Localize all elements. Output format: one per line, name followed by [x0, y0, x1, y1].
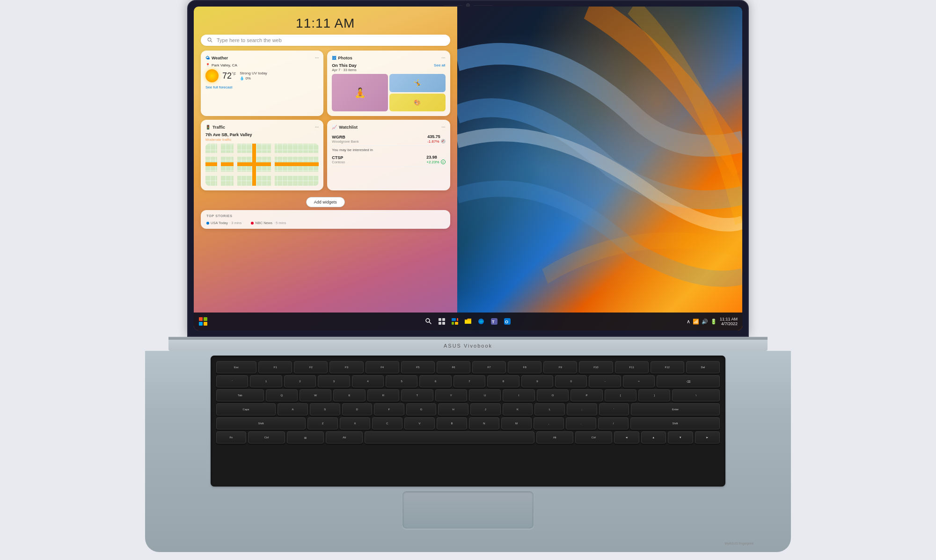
see-all-link[interactable]: See all — [434, 63, 445, 67]
key-esc[interactable]: Esc — [216, 361, 256, 373]
key-quote[interactable]: ' — [599, 403, 629, 415]
key-a[interactable]: A — [278, 403, 308, 415]
key-f10[interactable]: F10 — [579, 361, 613, 373]
chevron-up-icon[interactable]: ∧ — [687, 319, 690, 325]
wifi-icon[interactable]: 📶 — [693, 319, 699, 325]
key-d[interactable]: D — [342, 403, 373, 415]
stock-item-ctsp[interactable]: CTSP Contoso 23.98 +2.23% + — [332, 153, 445, 167]
key-lbracket[interactable]: [ — [605, 389, 636, 401]
battery-icon[interactable]: 🔋 — [710, 319, 717, 325]
key-y[interactable]: Y — [435, 389, 467, 401]
key-f9[interactable]: F9 — [543, 361, 577, 373]
key-space[interactable] — [365, 431, 534, 444]
key-j[interactable]: J — [470, 403, 501, 415]
key-f11[interactable]: F11 — [615, 361, 649, 373]
photo-thumb-1[interactable] — [332, 74, 388, 111]
search-bar[interactable]: Type here to search the web — [201, 35, 450, 46]
key-q[interactable]: Q — [266, 389, 298, 401]
key-f3[interactable]: F3 — [329, 361, 363, 373]
key-semicolon[interactable]: ; — [567, 403, 597, 415]
key-backslash[interactable]: \ — [672, 389, 720, 401]
news-source-usatoday[interactable]: USA Today · 3 mins — [206, 221, 241, 225]
watchlist-more[interactable]: ··· — [441, 124, 445, 130]
explorer-icon[interactable] — [463, 317, 473, 326]
key-9[interactable]: 9 — [521, 375, 553, 387]
key-f2[interactable]: F2 — [294, 361, 328, 373]
key-f7[interactable]: F7 — [472, 361, 506, 373]
key-8[interactable]: 8 — [487, 375, 519, 387]
key-g[interactable]: G — [406, 403, 437, 415]
key-2[interactable]: 2 — [284, 375, 316, 387]
taskbar-clock[interactable]: 11:11 AM 4/7/2022 — [720, 317, 738, 326]
key-x[interactable]: X — [340, 417, 370, 429]
photo-thumb-2[interactable] — [389, 74, 446, 92]
key-ctrl-left[interactable]: Ctrl — [248, 431, 285, 444]
photo-thumb-3[interactable] — [389, 94, 446, 112]
traffic-more[interactable]: ··· — [315, 124, 319, 130]
key-arrow-right[interactable]: ► — [695, 431, 720, 444]
key-backtick[interactable]: ` — [216, 375, 248, 387]
touchpad[interactable] — [402, 491, 534, 529]
key-shift-right[interactable]: Shift — [630, 417, 720, 429]
key-h[interactable]: H — [438, 403, 468, 415]
key-b[interactable]: B — [437, 417, 467, 429]
key-arrow-left[interactable]: ◄ — [614, 431, 639, 444]
key-k[interactable]: K — [503, 403, 533, 415]
key-backspace[interactable]: ⌫ — [657, 375, 720, 387]
key-t[interactable]: T — [401, 389, 433, 401]
key-alt-right[interactable]: Alt — [536, 431, 573, 444]
key-arrow-down[interactable]: ▼ — [668, 431, 693, 444]
key-v[interactable]: V — [404, 417, 435, 429]
key-z[interactable]: Z — [307, 417, 338, 429]
task-view-icon[interactable] — [437, 317, 446, 326]
key-del[interactable]: Del — [686, 361, 720, 373]
key-l[interactable]: L — [534, 403, 565, 415]
key-5[interactable]: 5 — [386, 375, 417, 387]
key-comma[interactable]: , — [534, 417, 564, 429]
key-r[interactable]: R — [367, 389, 399, 401]
key-slash[interactable]: / — [598, 417, 629, 429]
teams-icon[interactable]: T — [490, 317, 499, 326]
outlook-icon[interactable]: O — [503, 317, 512, 326]
key-0[interactable]: 0 — [555, 375, 587, 387]
key-f5[interactable]: F5 — [401, 361, 435, 373]
search-taskbar-icon[interactable] — [424, 317, 433, 326]
key-caps[interactable]: Caps — [216, 403, 276, 415]
traffic-map[interactable] — [205, 144, 319, 186]
key-4[interactable]: 4 — [352, 375, 384, 387]
key-n[interactable]: N — [469, 417, 499, 429]
photos-more[interactable]: ··· — [441, 55, 445, 60]
key-arrow-up[interactable]: ▲ — [641, 431, 666, 444]
key-rbracket[interactable]: ] — [638, 389, 670, 401]
key-f1[interactable]: F1 — [258, 361, 292, 373]
edge-icon[interactable] — [476, 317, 486, 326]
add-widgets-button[interactable]: Add widgets — [306, 197, 345, 207]
key-6[interactable]: 6 — [419, 375, 451, 387]
weather-more[interactable]: ··· — [315, 55, 319, 60]
key-3[interactable]: 3 — [318, 375, 350, 387]
key-i[interactable]: I — [503, 389, 534, 401]
key-win[interactable]: ⊞ — [287, 431, 324, 444]
key-period[interactable]: . — [566, 417, 596, 429]
key-tab[interactable]: Tab — [216, 389, 264, 401]
forecast-link[interactable]: See full forecast — [205, 85, 319, 89]
key-minus[interactable]: - — [589, 375, 621, 387]
key-u[interactable]: U — [469, 389, 501, 401]
volume-icon[interactable]: 🔊 — [702, 319, 708, 325]
key-f4[interactable]: F4 — [366, 361, 399, 373]
key-equals[interactable]: = — [623, 375, 655, 387]
key-shift-left[interactable]: Shift — [216, 417, 306, 429]
key-f[interactable]: F — [374, 403, 404, 415]
key-o[interactable]: O — [537, 389, 569, 401]
key-p[interactable]: P — [570, 389, 602, 401]
stock-item-wgrb[interactable]: WGRB Woodgrove Bank 435.75 -1.67% ✓ — [332, 132, 445, 146]
windows-start-button[interactable] — [198, 317, 208, 326]
key-f12[interactable]: F12 — [651, 361, 684, 373]
widgets-icon[interactable] — [450, 317, 460, 326]
news-source-nbc[interactable]: NBC News · 5 mins — [251, 221, 286, 225]
key-e[interactable]: E — [333, 389, 365, 401]
key-7[interactable]: 7 — [453, 375, 485, 387]
key-enter[interactable]: Enter — [631, 403, 720, 415]
key-m[interactable]: M — [501, 417, 532, 429]
key-w[interactable]: W — [300, 389, 331, 401]
